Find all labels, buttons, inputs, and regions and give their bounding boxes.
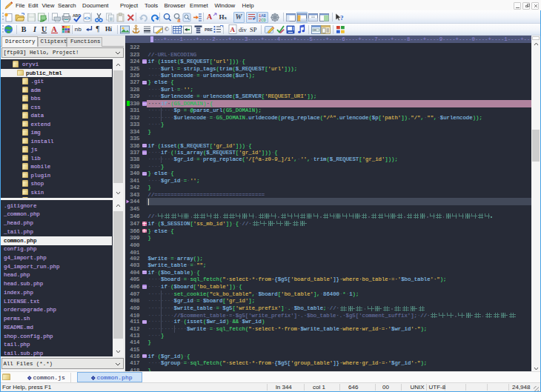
svg-text:?: ? bbox=[340, 14, 344, 21]
svg-text:A: A bbox=[230, 26, 235, 33]
svg-text:<>: <> bbox=[84, 15, 90, 20]
svg-text:2CD: 2CD bbox=[259, 18, 267, 22]
svg-text:a: a bbox=[177, 17, 180, 22]
